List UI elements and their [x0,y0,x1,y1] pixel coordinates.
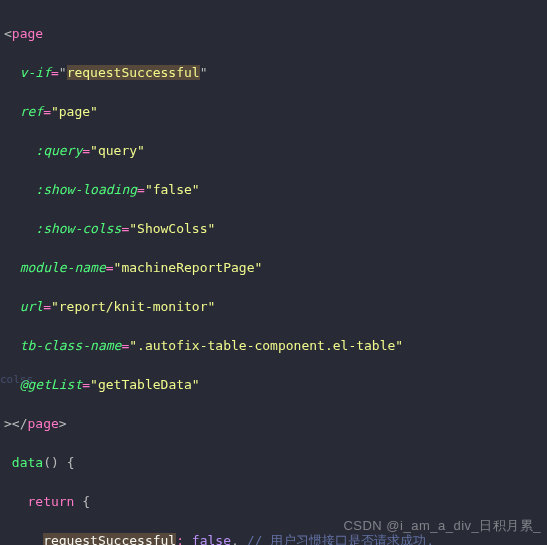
code-line: :show-loading="false" [4,180,547,200]
gutter-label: colss [0,372,33,389]
highlight: requestSuccessful [43,533,176,546]
code-line: v-if="requestSuccessful" [4,63,547,83]
highlight: requestSuccessful [67,65,200,80]
code-line: url="report/knit-monitor" [4,297,547,317]
code-line: ref="page" [4,102,547,122]
code-line: :query="query" [4,141,547,161]
watermark: CSDN @i_am_a_div_日积月累_ [343,516,541,536]
code-line: :show-colss="ShowColss" [4,219,547,239]
code-line: return { [4,492,547,512]
code-line: @getList="getTableData" [4,375,547,395]
code-line: data() { [4,453,547,473]
code-editor[interactable]: <page v-if="requestSuccessful" ref="page… [0,0,547,545]
code-line: tb-class-name=".autofix-table-component.… [4,336,547,356]
code-line: ></page> [4,414,547,434]
code-line: module-name="machineReportPage" [4,258,547,278]
code-line: <page [4,24,547,44]
